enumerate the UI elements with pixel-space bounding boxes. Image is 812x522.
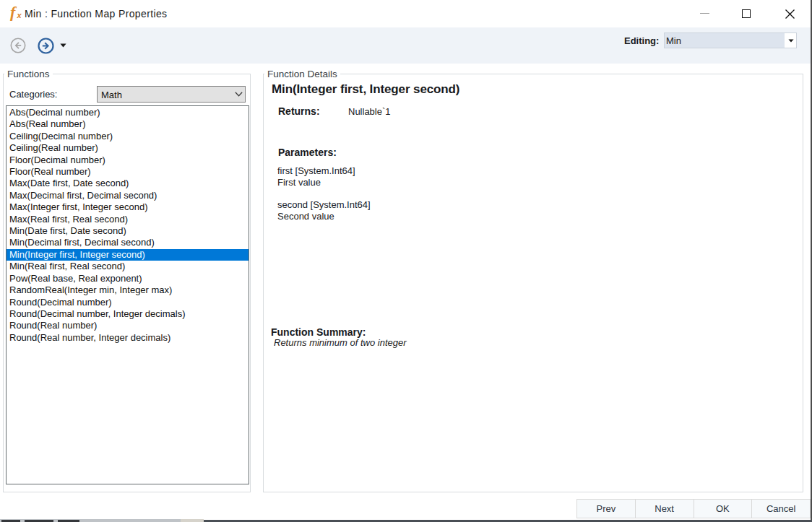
svg-text:x: x bbox=[16, 11, 22, 19]
svg-text:f: f bbox=[10, 3, 17, 21]
